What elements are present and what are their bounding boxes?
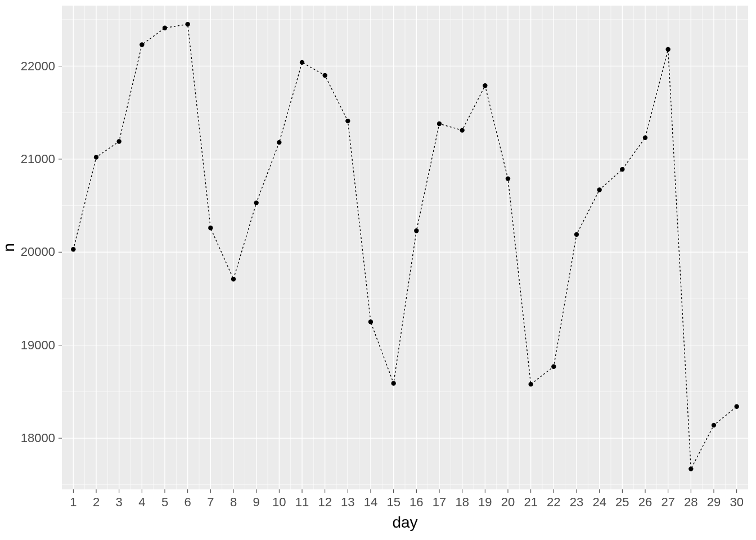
x-axis-title: day [392, 514, 417, 531]
x-tick-label: 14 [364, 495, 377, 509]
x-tick-label: 19 [478, 495, 492, 509]
x-tick-label: 2 [93, 495, 100, 509]
data-point [414, 228, 418, 233]
data-point [620, 167, 624, 172]
x-tick-label: 15 [386, 495, 400, 509]
data-point [437, 122, 442, 126]
data-point [231, 277, 236, 281]
y-tick-label: 22000 [21, 59, 55, 73]
y-tick-label: 18000 [21, 431, 55, 445]
x-tick-label: 8 [230, 495, 237, 509]
chart-container: 1234567891011121314151617181920212223242… [0, 0, 756, 540]
x-tick-label: 18 [455, 495, 469, 509]
data-point [94, 155, 98, 159]
data-point [345, 119, 350, 123]
x-tick-label: 24 [592, 495, 606, 509]
data-point [300, 60, 304, 65]
data-point [506, 176, 510, 181]
x-tick-label: 26 [638, 495, 652, 509]
x-tick-label: 29 [707, 495, 721, 509]
data-point [597, 187, 601, 192]
y-tick-label: 21000 [21, 152, 55, 166]
data-point [712, 423, 716, 428]
data-point [277, 140, 281, 145]
x-tick-label: 6 [184, 495, 191, 509]
x-tick-label: 23 [570, 495, 583, 509]
data-point [734, 404, 739, 409]
y-tick-label: 20000 [21, 245, 55, 259]
data-point [391, 381, 395, 385]
data-point [528, 382, 533, 386]
data-point [368, 320, 373, 324]
data-point [254, 200, 258, 205]
chart-svg: 1234567891011121314151617181920212223242… [0, 0, 756, 540]
data-point [163, 25, 167, 30]
x-tick-label: 5 [161, 495, 168, 509]
x-tick-label: 12 [318, 495, 331, 509]
data-point [116, 139, 121, 143]
x-tick-label: 25 [615, 495, 629, 509]
data-point [322, 73, 327, 78]
y-axis-title: n [0, 243, 17, 252]
x-tick-label: 16 [410, 495, 423, 509]
y-tick-label: 19000 [21, 338, 55, 352]
x-tick-label: 9 [253, 495, 260, 509]
x-tick-label: 22 [547, 495, 560, 509]
x-tick-label: 27 [661, 495, 674, 509]
x-tick-label: 20 [501, 495, 515, 509]
x-tick-label: 4 [138, 495, 145, 509]
data-point [688, 466, 693, 471]
data-point [460, 128, 464, 132]
data-point [665, 47, 670, 52]
data-point [643, 136, 647, 140]
x-tick-label: 3 [116, 495, 123, 509]
x-tick-label: 11 [295, 495, 309, 509]
data-point [551, 364, 556, 368]
data-point [208, 226, 213, 230]
x-tick-label: 17 [433, 495, 446, 509]
x-tick-label: 10 [272, 495, 286, 509]
data-point [574, 232, 579, 237]
data-point [185, 22, 190, 26]
x-tick-label: 28 [684, 495, 698, 509]
data-point [140, 42, 144, 47]
x-tick-label: 1 [70, 495, 76, 509]
x-tick-label: 21 [524, 495, 537, 509]
data-point [483, 83, 487, 88]
x-tick-label: 30 [730, 495, 743, 509]
data-point [71, 247, 75, 251]
x-tick-label: 7 [207, 495, 214, 509]
x-tick-label: 13 [341, 495, 354, 509]
